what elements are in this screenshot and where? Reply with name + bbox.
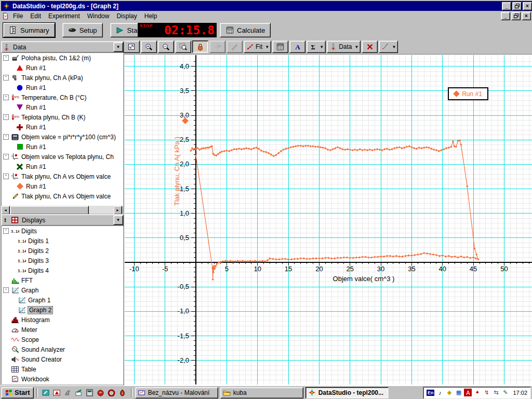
collapse-toggle[interactable]: - xyxy=(3,134,9,140)
power-tray-icon[interactable]: ↯ xyxy=(483,389,490,396)
run-item[interactable]: Run #1 xyxy=(2,142,123,152)
quicklaunch-7-icon[interactable] xyxy=(108,389,116,396)
zoom-out[interactable] xyxy=(158,41,174,53)
menu-window[interactable]: Window xyxy=(84,11,113,21)
run-item[interactable]: Run #1 xyxy=(2,181,123,191)
statistics-menu[interactable]: Σ▼ xyxy=(307,41,326,53)
close-button[interactable]: × xyxy=(523,2,532,10)
data-tree-hscrollbar[interactable]: ◄ ► xyxy=(1,206,122,214)
setup-button[interactable]: Setup xyxy=(62,23,103,37)
display-subitem[interactable]: Graph 2 xyxy=(2,305,123,315)
scroll-thumb[interactable] xyxy=(10,206,89,215)
summary-button[interactable]: Summary xyxy=(3,23,55,37)
pen-tray-icon[interactable]: ✎ xyxy=(501,389,509,396)
quicklaunch-2-icon[interactable] xyxy=(53,389,61,396)
menu-experiment[interactable]: Experiment xyxy=(45,11,84,21)
task-button[interactable]: kuba xyxy=(220,387,303,398)
display-item[interactable]: FFT xyxy=(2,275,123,285)
run-item[interactable]: Run #1 xyxy=(2,83,123,92)
collapse-toggle[interactable]: - xyxy=(3,95,9,100)
ati-tray-icon[interactable]: A xyxy=(464,389,472,396)
dropdown-arrow-icon[interactable]: ▼ xyxy=(355,45,359,49)
data-item[interactable]: -yxTlak plynu, Ch A vs Objem valce xyxy=(2,171,123,181)
data-item[interactable]: -Tlak plynu, Ch A (kPa) xyxy=(2,73,123,83)
sync-tray-icon[interactable]: ⇆ xyxy=(492,389,500,396)
keyboard-layout-indicator[interactable]: En xyxy=(427,390,435,396)
display-item[interactable]: Sound Analyzer xyxy=(2,344,123,354)
quicklaunch-8-icon[interactable] xyxy=(118,389,127,396)
data-item[interactable]: -Objem valce = pi*r*r*y*100 (cm^3) xyxy=(2,132,123,142)
dropdown-arrow-icon[interactable]: ▼ xyxy=(265,45,269,49)
run-item[interactable]: Run #1 xyxy=(2,162,123,171)
zoom-in[interactable] xyxy=(141,41,157,53)
graph-legend[interactable]: Run #1 xyxy=(448,87,488,100)
graph-display[interactable]: -10-551015202530354045504,03,53,02,52,01… xyxy=(124,54,532,386)
collapse-toggle[interactable]: - xyxy=(3,174,9,179)
dropdown-arrow-icon[interactable]: ▼ xyxy=(320,45,324,49)
collapse-toggle[interactable]: - xyxy=(3,75,9,81)
display-item[interactable]: -Graph xyxy=(2,285,123,295)
quicklaunch-6-icon[interactable] xyxy=(97,389,105,396)
display-settings-tray-icon[interactable]: ▦ xyxy=(455,389,462,396)
data-item[interactable]: -Poloha pistu, Ch 1&2 (m) xyxy=(2,53,123,63)
run-item[interactable]: Run #1 xyxy=(2,63,123,73)
display-subitem[interactable]: 3.14Digits 1 xyxy=(2,236,123,246)
child-close-button[interactable]: × xyxy=(522,12,531,20)
display-subitem[interactable]: Graph 1 xyxy=(2,295,123,305)
display-item[interactable]: Sound Creator xyxy=(2,354,123,364)
display-item[interactable]: Workbook xyxy=(2,374,123,384)
display-item[interactable]: Meter xyxy=(2,325,123,335)
display-subitem[interactable]: 3.14Digits 2 xyxy=(2,246,123,256)
fit-menu[interactable]: Fit▼ xyxy=(244,41,271,53)
collapse-toggle[interactable]: - xyxy=(3,287,9,293)
displays-header-dropdown[interactable]: ▼ xyxy=(113,215,123,225)
data-menu[interactable]: Data▼ xyxy=(327,41,361,53)
quicklaunch-5-icon[interactable] xyxy=(86,389,94,396)
calculate-button[interactable]: Calculate xyxy=(220,23,271,37)
text-tool[interactable]: A xyxy=(289,41,305,53)
menu-file[interactable]: File xyxy=(9,11,26,21)
run-item[interactable]: Run #1 xyxy=(2,122,123,132)
slope-tool[interactable] xyxy=(227,41,243,53)
smart-tool[interactable] xyxy=(192,41,208,53)
display-subitem[interactable]: 3.14Digits 3 xyxy=(2,256,123,265)
quicklaunch-3-icon[interactable] xyxy=(64,389,72,396)
volume-tray-icon[interactable]: ♪ xyxy=(436,389,444,396)
scroll-track[interactable] xyxy=(10,206,113,214)
restore-button[interactable] xyxy=(512,2,522,10)
data-item[interactable]: Tlak plynu, Ch A vs Objem valce xyxy=(2,191,123,201)
xy-tool[interactable]: xy xyxy=(209,41,225,53)
display-item[interactable]: Scope xyxy=(2,335,123,344)
scale-to-fit[interactable] xyxy=(124,41,140,53)
quicklaunch-4-icon[interactable] xyxy=(75,389,83,396)
task-button[interactable]: Bez_názvu - Malování xyxy=(135,387,218,398)
data-item[interactable]: -RTDTemperature, Ch B (°C) xyxy=(2,92,123,102)
child-minimize-button[interactable]: _ xyxy=(501,12,510,20)
scheduler-tray-icon[interactable]: ◆ xyxy=(445,389,453,396)
scroll-right-arrow[interactable]: ► xyxy=(113,206,122,215)
display-subitem[interactable]: 3.14Digits 4 xyxy=(2,265,123,275)
display-item[interactable]: -3.14Digits xyxy=(2,226,123,236)
collapse-toggle[interactable]: - xyxy=(3,228,9,234)
display-item[interactable]: Table xyxy=(2,364,123,374)
scroll-left-arrow[interactable]: ◄ xyxy=(1,206,10,215)
child-restore-button[interactable] xyxy=(511,12,521,20)
section-resize-spinner[interactable]: ▲▼ xyxy=(2,218,8,223)
zoom-select[interactable] xyxy=(175,41,191,53)
displays-section-header[interactable]: ▲▼ Displays ▼ xyxy=(1,214,124,226)
title-bar[interactable]: DataStudio - tepl200g.ds - [Graph 2] _ × xyxy=(1,1,532,11)
delete-button[interactable] xyxy=(362,41,378,53)
task-button[interactable]: DataStudio - tepl200... xyxy=(305,387,389,398)
minimize-button[interactable]: _ xyxy=(502,2,511,10)
agent-tray-icon[interactable]: ✦ xyxy=(473,389,481,396)
graph-settings[interactable]: ▼ xyxy=(379,41,398,53)
data-item[interactable]: -yxObjem valce vs Teplota plynu, Ch xyxy=(2,152,123,162)
quicklaunch-1-icon[interactable] xyxy=(42,389,50,396)
data-section-header[interactable]: Data ▼ xyxy=(1,41,124,53)
collapse-toggle[interactable]: - xyxy=(3,154,9,159)
menu-help[interactable]: Help xyxy=(141,11,161,21)
display-item[interactable]: Histogram xyxy=(2,315,123,325)
data-item[interactable]: -RTDTeplota plynu, Ch B (K) xyxy=(2,112,123,122)
collapse-toggle[interactable]: - xyxy=(3,55,9,61)
calculate-tool[interactable] xyxy=(272,41,288,53)
